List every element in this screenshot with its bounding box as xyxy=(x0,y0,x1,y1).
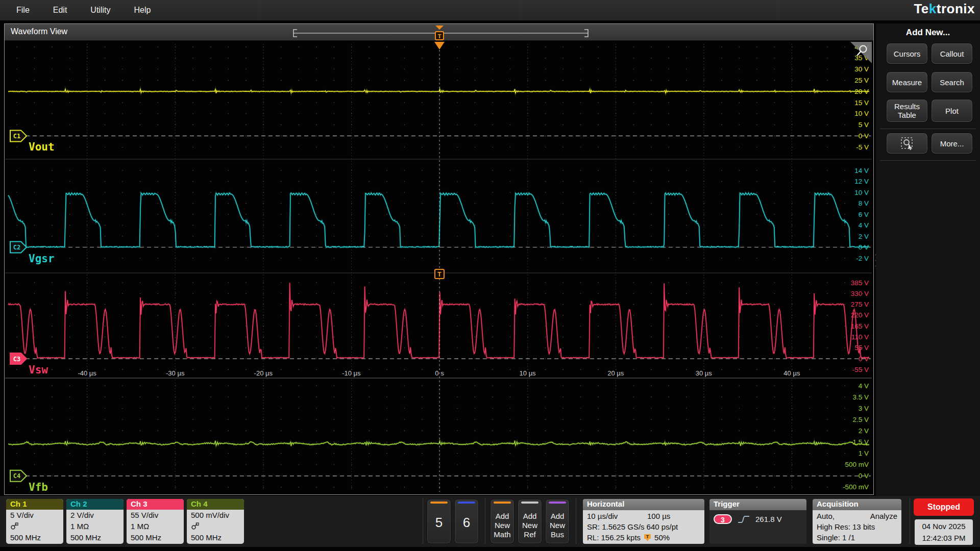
horizontal-window: 100 µs xyxy=(647,511,670,521)
datetime-display: 04 Nov 2025 12:42:03 PM xyxy=(915,519,973,545)
plot-button[interactable]: Plot xyxy=(931,99,973,122)
add-new-bus-button[interactable]: Add New Bus xyxy=(545,499,570,544)
panel-divider xyxy=(880,129,976,129)
channel-badge-ch3[interactable]: Ch 3 55 V/div 1 MΩ 500 MHz xyxy=(127,499,184,544)
callout-button[interactable]: Callout xyxy=(931,43,973,64)
slot-accent xyxy=(430,502,448,504)
probe-icon xyxy=(10,522,19,531)
ch4-axis-label: 3 V xyxy=(859,405,869,412)
ch3-marker-id: C3 xyxy=(13,356,20,363)
ch4-axis-label: 500 mV xyxy=(845,461,869,468)
trigger-top-triangle[interactable] xyxy=(434,42,445,49)
ch3-axis-label: 330 V xyxy=(851,290,869,297)
channel-bandwidth: 500 MHz xyxy=(127,532,184,543)
ch2-axis-label: 4 V xyxy=(859,221,869,229)
search-button[interactable]: Search xyxy=(931,71,973,93)
ch3-axis-label: 110 V xyxy=(851,333,869,341)
zoom-select-button[interactable] xyxy=(886,133,928,154)
acquisition-panel[interactable]: Acquisition Auto,Analyze High Res: 13 bi… xyxy=(813,499,901,544)
ch1-axis-label: -5 V xyxy=(856,143,869,151)
menu-file[interactable]: File xyxy=(9,6,37,15)
ch4-axis-label: 3.5 V xyxy=(852,393,869,401)
trigger-position-triangle[interactable] xyxy=(435,26,444,30)
channel-badge-ch1[interactable]: Ch 1 5 V/div 500 MHz xyxy=(6,499,63,544)
ch3-trace-glow xyxy=(8,283,869,358)
ch1-axis-label: 20 V xyxy=(854,88,869,95)
ch1-axis-label: 30 V xyxy=(854,65,869,73)
menu-utility[interactable]: Utility xyxy=(83,6,117,15)
ch1-axis-label: 5 V xyxy=(859,121,869,129)
resolution: 640 ps/pt xyxy=(647,521,678,532)
channel-badge-ch2[interactable]: Ch 2 2 V/div 1 MΩ 500 MHz xyxy=(66,499,124,544)
tektronix-logo: Tektronix xyxy=(914,1,975,17)
waveform-slot-6-button[interactable]: 6 xyxy=(454,499,479,544)
trigger-level: 261.8 V xyxy=(755,515,782,523)
bottom-bar-divider xyxy=(485,498,485,544)
run-state-button[interactable]: Stopped xyxy=(914,498,974,516)
channel-bandwidth: 500 MHz xyxy=(66,532,124,543)
record-length: RL: 156.25 kpts xyxy=(587,532,641,543)
acquisition-title: Acquisition xyxy=(813,499,901,510)
trigger-source-badge: 3 xyxy=(714,514,732,524)
ch1-axis-label: 10 V xyxy=(854,110,869,117)
graticule[interactable]: -40 µs-30 µs-20 µs-10 µs0 s10 µs20 µs30 … xyxy=(5,41,872,493)
add-new-title: Add New... xyxy=(876,28,980,38)
time: 12:42:03 PM xyxy=(915,532,973,544)
waveform-view-title: Waveform View xyxy=(11,27,67,36)
trigger-position-icon: T xyxy=(644,534,651,542)
channel-coupling: 1 MΩ xyxy=(70,522,89,531)
more-button[interactable]: More... xyxy=(931,133,973,154)
bottom-bar-divider xyxy=(910,498,910,544)
svg-text:T: T xyxy=(438,33,442,39)
rising-edge-icon xyxy=(737,515,750,524)
bottom-bar-divider xyxy=(423,498,423,544)
horizontal-panel[interactable]: Horizontal 10 µs/div100 µs SR: 1.5625 GS… xyxy=(583,499,704,544)
ch4-axis-label: 2 V xyxy=(859,427,869,435)
channel-bandwidth: 500 MHz xyxy=(187,532,244,543)
trigger-position-pct: 50% xyxy=(654,532,670,543)
channel-scale: 500 mV/div xyxy=(187,510,244,521)
ch1-trace-label: Vout xyxy=(29,141,55,153)
add-accent xyxy=(494,502,511,504)
measure-button[interactable]: Measure xyxy=(886,71,928,93)
sample-rate: SR: 1.5625 GS/s xyxy=(587,521,645,532)
bottom-bar: Ch 1 5 V/div 500 MHz Ch 2 2 V/div 1 MΩ 5… xyxy=(0,496,980,547)
results-table-button[interactable]: Results Table xyxy=(886,99,928,122)
ch4-axis-label: 1 V xyxy=(859,449,869,457)
time-label: 20 µs xyxy=(607,369,624,377)
trigger-panel[interactable]: Trigger 3 261.8 V xyxy=(709,499,806,544)
add-accent xyxy=(521,502,538,504)
date: 04 Nov 2025 xyxy=(915,520,973,532)
ch4-axis-label: 0 V xyxy=(859,472,869,480)
channel-badge-ch4[interactable]: Ch 4 500 mV/div 500 MHz xyxy=(187,499,244,544)
menu-edit[interactable]: Edit xyxy=(46,6,75,15)
waveform-slot-5-button[interactable]: 5 xyxy=(427,499,451,544)
ch4-trace-label: Vfb xyxy=(29,481,48,493)
ch1-axis-label: 15 V xyxy=(854,99,869,107)
horizontal-title: Horizontal xyxy=(583,499,704,510)
channel-scale: 5 V/div xyxy=(6,510,63,521)
ch4-axis-label: -500 mV xyxy=(843,483,869,491)
acq-mode: Auto, xyxy=(817,511,835,521)
add-new-ref-button[interactable]: Add New Ref xyxy=(518,499,542,544)
cursors-button[interactable]: Cursors xyxy=(886,43,928,64)
channel-name: Ch 2 xyxy=(66,499,124,510)
ch3-axis-label: 165 V xyxy=(851,322,869,330)
horizontal-pan-indicator[interactable]: T xyxy=(5,24,872,41)
channel-scale: 2 V/div xyxy=(66,510,124,521)
waveform-view-titlebar[interactable]: T Waveform View xyxy=(5,24,873,41)
channel-coupling: 1 MΩ xyxy=(131,522,149,531)
time-label: 40 µs xyxy=(783,369,800,377)
ch4-axis-label: 1.5 V xyxy=(852,438,869,446)
ch1-axis-label: 0 V xyxy=(859,132,869,140)
ch3-axis-label: 220 V xyxy=(851,311,869,319)
ch2-trace-label: Vgsr xyxy=(29,253,55,265)
ch3-trace-label: Vsw xyxy=(29,364,48,376)
channel-name: Ch 1 xyxy=(6,499,63,510)
ch2-axis-label: -2 V xyxy=(856,255,869,262)
add-new-math-button[interactable]: Add New Math xyxy=(490,499,514,544)
zoom-select-icon xyxy=(900,137,914,150)
time-label: 30 µs xyxy=(696,369,713,377)
probe-icon xyxy=(191,522,200,531)
menu-help[interactable]: Help xyxy=(127,6,158,15)
